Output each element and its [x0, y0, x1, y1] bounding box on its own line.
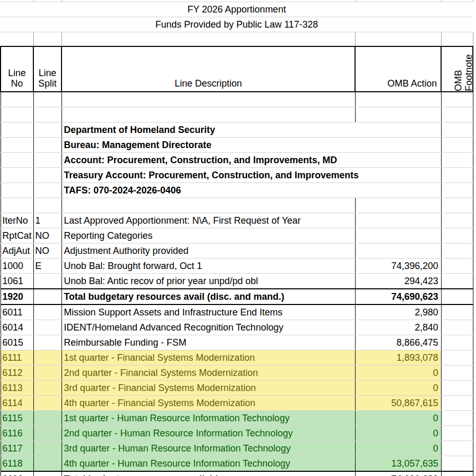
line-split-cell [33, 456, 62, 472]
description-cell: 2nd quarter - Financial Systems Moderniz… [62, 365, 355, 381]
agency-info-row: TAFS: 070-2024-2026-0406 [1, 183, 473, 198]
highlighted-row-yellow: 6113 3rd quarter - Financial Systems Mod… [1, 381, 473, 396]
footnote-cell [441, 381, 473, 396]
description-cell: Unob Bal: Brought forward, Oct 1 [62, 259, 355, 274]
line-no-cell: 6011 [1, 304, 33, 320]
blank-cell [1, 198, 33, 213]
line-split-cell [33, 350, 62, 365]
line-split-cell: NO [33, 228, 62, 243]
amount-cell: 2,840 [355, 320, 441, 335]
blank-row [1, 107, 473, 123]
description-cell: 4th quarter - Financial Systems Moderniz… [62, 396, 355, 411]
footnote-cell [441, 259, 473, 274]
amount-cell: 294,423 [355, 274, 441, 289]
line-split-cell [33, 304, 62, 320]
footnote-cell [441, 183, 473, 198]
line-split-cell [33, 153, 62, 168]
line-no-cell: 6113 [1, 381, 33, 396]
description-cell: Reporting Categories [62, 228, 355, 243]
title-row-2: Funds Provided by Public Law 117-328 [1, 17, 473, 32]
blank-cell [33, 107, 62, 123]
line-split-cell [33, 471, 62, 476]
amount-cell: 0 [355, 426, 441, 441]
line-no-cell: 6112 [1, 365, 33, 381]
table-row: 6014 IDENT/Homeland Advanced Recognition… [1, 320, 473, 335]
amount-cell: 50,867,615 [355, 396, 441, 411]
description-cell: 2nd quarter - Human Resource Information… [62, 426, 355, 441]
blank-cell [355, 32, 441, 47]
line-split-cell [33, 138, 62, 153]
amount-cell [355, 228, 441, 243]
footnote-cell [441, 289, 473, 304]
amount-cell: 74,690,623 [355, 471, 441, 476]
line-split-cell: 1 [33, 213, 62, 228]
description-cell: Total budgetary resources avail (disc. a… [62, 289, 355, 304]
highlighted-row-green: 6117 3rd quarter - Human Resource Inform… [1, 441, 473, 456]
line-split-cell [33, 289, 62, 304]
amount-cell: 8,866,475 [355, 335, 441, 350]
line-split-cell [33, 168, 62, 183]
footnote-cell [441, 228, 473, 243]
tafs-id: TAFS: 070-2024-2026-0406 [62, 183, 441, 198]
line-split-cell [33, 335, 62, 350]
table-row: AdjAut NO Adjustment Authority provided [1, 243, 473, 259]
amount-cell: 74,396,200 [355, 259, 441, 274]
line-no-cell: IterNo [1, 213, 33, 228]
footnote-cell [441, 320, 473, 335]
report-subtitle: Funds Provided by Public Law 117-328 [1, 17, 473, 32]
amount-cell: 74,690,623 [355, 289, 441, 304]
footnote-cell [441, 396, 473, 411]
line-split-cell [33, 274, 62, 289]
description-cell: IDENT/Homeland Advanced Recognition Tech… [62, 320, 355, 335]
blank-cell [1, 92, 33, 107]
footnote-cell [441, 304, 473, 320]
description-cell: 3rd quarter - Financial Systems Moderniz… [62, 381, 355, 396]
footnote-cell [441, 335, 473, 350]
total-row-1920: 1920 Total budgetary resources avail (di… [1, 289, 473, 304]
blank-cell [62, 107, 355, 123]
highlighted-row-green: 6118 4th quarter - Human Resource Inform… [1, 456, 473, 472]
header-omb-action: OMB Action [355, 46, 441, 92]
amount-cell: 1,893,078 [355, 350, 441, 365]
amount-cell: 13,057,635 [355, 456, 441, 472]
rotated-header-text: OMB Footnote [453, 47, 474, 91]
description-cell: Adjustment Authority provided [62, 243, 355, 259]
footnote-cell [441, 456, 473, 472]
blank-cell [62, 198, 355, 213]
amount-cell: 0 [355, 441, 441, 456]
department-name: Department of Homeland Security [62, 123, 441, 138]
line-no-cell: 6014 [1, 320, 33, 335]
footnote-cell [441, 274, 473, 289]
line-no-cell [1, 153, 33, 168]
description-cell: Last Approved Apportionment: N\A, First … [62, 213, 355, 228]
blank-cell [33, 32, 62, 47]
line-no-cell: 1920 [1, 289, 33, 304]
line-no-cell: 6118 [1, 456, 33, 472]
line-split-cell [33, 441, 62, 456]
description-cell: Mission Support Assets and Infrastructur… [62, 304, 355, 320]
blank-cell [441, 92, 473, 107]
amount-cell [355, 243, 441, 259]
amount-cell [355, 213, 441, 228]
table-row: 6015 Reimbursable Funding - FSM 8,866,47… [1, 335, 473, 350]
report-title: FY 2026 Apportionment [1, 2, 473, 17]
total-row-6190: 6190 Total budgetary resources available… [1, 471, 473, 476]
header-line-no: Line No [1, 46, 33, 92]
line-split-cell [33, 381, 62, 396]
line-no-cell: 6111 [1, 350, 33, 365]
blank-cell [1, 107, 33, 123]
footnote-cell [441, 243, 473, 259]
line-split-cell: NO [33, 243, 62, 259]
line-no-cell [1, 183, 33, 198]
description-cell: Total budgetary resources available [62, 471, 355, 476]
line-no-cell: 6114 [1, 396, 33, 411]
blank-cell [1, 32, 33, 47]
line-no-cell [1, 123, 33, 138]
apportionment-sheet: FY 2026 Apportionment Funds Provided by … [0, 0, 476, 476]
footnote-cell [441, 213, 473, 228]
line-split-cell [33, 183, 62, 198]
blank-cell [355, 92, 441, 107]
footnote-cell [441, 138, 473, 153]
blank-cell [62, 32, 355, 47]
blank-cell [355, 107, 441, 123]
